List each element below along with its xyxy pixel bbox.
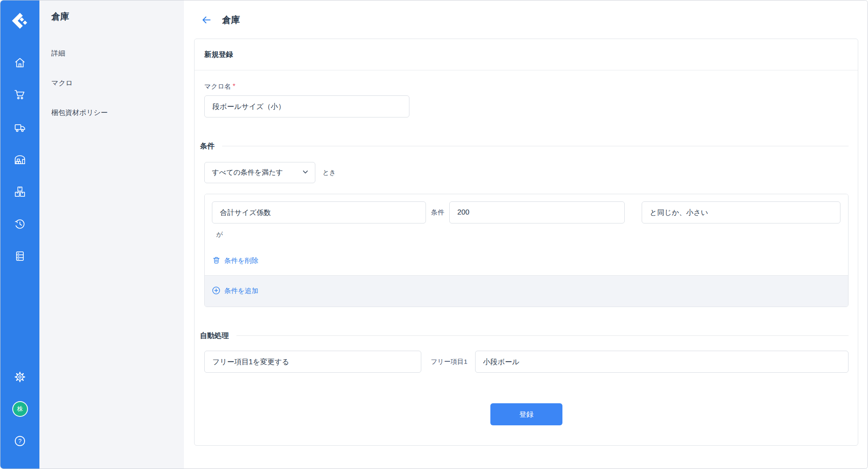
- chevron-down-icon: [302, 169, 309, 177]
- sidebar-item-detail[interactable]: 詳細: [51, 49, 174, 58]
- conditions-section-title: 条件: [200, 141, 214, 151]
- database-icon[interactable]: [13, 250, 27, 262]
- delete-condition-button[interactable]: 条件を削除: [212, 256, 258, 266]
- submit-row: 登録: [204, 403, 849, 425]
- main-content: 倉庫 新規登録 マクロ名* 条件 すべての条件を満たす: [184, 0, 868, 469]
- condition-match-row: すべての条件を満たす とき: [204, 162, 849, 183]
- condition-group-footer: 条件を追加: [205, 275, 848, 307]
- app-window: 株 ? 倉庫 詳細 マクロ 梱包資材ポリシー 倉: [0, 0, 868, 469]
- card-body: マクロ名* 条件 すべての条件を満たす: [195, 70, 858, 445]
- auto-action-value-input[interactable]: [475, 351, 849, 373]
- settings-gear-icon[interactable]: [13, 371, 27, 383]
- account-avatar[interactable]: 株: [12, 401, 28, 417]
- icon-rail: 株 ?: [0, 0, 39, 469]
- card-title: 新規登録: [195, 39, 858, 70]
- macro-name-input[interactable]: [204, 95, 409, 117]
- condition-particle-label: が: [216, 230, 842, 239]
- condition-inputs: 条件: [212, 201, 842, 223]
- boxes-icon[interactable]: [13, 185, 27, 198]
- sidebar-item-macro[interactable]: マクロ: [51, 78, 174, 88]
- history-icon[interactable]: [13, 218, 27, 230]
- module-sidebar: 倉庫 詳細 マクロ 梱包資材ポリシー: [39, 0, 184, 469]
- required-mark: *: [233, 83, 235, 90]
- sidebar-item-packing-policy[interactable]: 梱包資材ポリシー: [51, 108, 174, 117]
- app-logo-icon[interactable]: [10, 11, 30, 31]
- plus-circle-icon: [212, 286, 220, 296]
- auto-action-target-label: フリー項目1: [431, 357, 467, 366]
- cart-icon[interactable]: [13, 89, 27, 101]
- truck-icon[interactable]: [13, 121, 27, 134]
- condition-threshold-input[interactable]: [449, 201, 625, 223]
- auto-action-section-head: 自動処理: [200, 331, 849, 341]
- trash-icon: [212, 256, 220, 266]
- auto-action-row: フリー項目1: [204, 351, 849, 373]
- sidebar-nav: 詳細 マクロ 梱包資材ポリシー: [51, 49, 174, 117]
- condition-operator-label: 条件: [431, 208, 444, 217]
- add-condition-label: 条件を追加: [224, 287, 258, 296]
- condition-group: 条件 が: [204, 194, 849, 307]
- macro-name-label: マクロ名: [204, 83, 231, 90]
- register-button[interactable]: 登録: [490, 403, 562, 425]
- sidebar-title: 倉庫: [51, 11, 174, 22]
- auto-action-section-title: 自動処理: [200, 331, 229, 341]
- rail-bottom: 株 ?: [12, 371, 28, 447]
- condition-row: 条件 が: [205, 194, 848, 275]
- warehouse-icon[interactable]: [13, 153, 27, 166]
- section-divider: [236, 335, 849, 336]
- back-arrow-icon[interactable]: [201, 14, 212, 25]
- rail-nav: [13, 56, 27, 262]
- macro-name-field: マクロ名*: [204, 82, 849, 117]
- home-icon[interactable]: [13, 56, 27, 69]
- conditions-section-head: 条件: [200, 141, 849, 151]
- add-condition-button[interactable]: 条件を追加: [212, 286, 258, 296]
- auto-action-type-input[interactable]: [204, 351, 421, 373]
- registration-card: 新規登録 マクロ名* 条件 すべての条件を満たす: [194, 39, 858, 446]
- page-header: 倉庫: [201, 14, 858, 26]
- section-divider: [222, 146, 849, 146]
- match-type-value: すべての条件を満たす: [212, 168, 283, 177]
- delete-condition-label: 条件を削除: [224, 257, 258, 265]
- help-icon[interactable]: ?: [13, 435, 27, 447]
- svg-text:?: ?: [18, 438, 22, 444]
- page-title: 倉庫: [222, 14, 240, 26]
- condition-comparator-input[interactable]: [642, 201, 840, 223]
- match-suffix-label: とき: [323, 168, 336, 177]
- match-type-select[interactable]: すべての条件を満たす: [204, 162, 315, 183]
- condition-field-input[interactable]: [212, 201, 426, 223]
